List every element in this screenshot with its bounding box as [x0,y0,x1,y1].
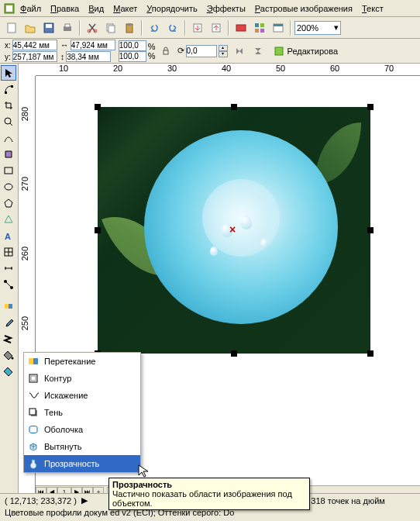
contour-icon [27,372,40,385]
menu-distort[interactable]: Искажение [24,387,140,404]
blend-tool[interactable] [1,298,16,314]
svg-rect-21 [274,24,283,26]
svg-rect-37 [29,358,33,364]
polygon-tool[interactable] [1,195,16,211]
h-input[interactable] [66,51,111,62]
svg-rect-19 [260,29,264,33]
open-icon[interactable] [22,19,39,36]
rotation-spinner[interactable]: ▴▾ [219,45,228,57]
transparency-icon [27,457,40,470]
welcome-icon[interactable] [270,19,287,36]
menu-text[interactable]: Текст [357,2,388,15]
connector-tool[interactable] [1,277,16,292]
interactive-fill-tool[interactable] [1,364,16,379]
freehand-tool[interactable] [1,130,16,146]
paste-icon[interactable] [121,19,138,36]
lock-ratio-icon[interactable] [157,43,174,60]
svg-rect-34 [5,304,9,309]
svg-rect-22 [164,50,168,54]
eyedropper-tool[interactable] [1,315,16,330]
menu-layout[interactable]: Макет [108,2,142,15]
menu-bitmaps[interactable]: Растровые изображения [250,2,357,15]
smart-fill-tool[interactable] [1,147,16,162]
dimension-tool[interactable] [1,260,16,276]
redo-icon[interactable] [164,19,181,36]
y-lbl: y: [5,53,11,61]
zoom-tool[interactable] [1,114,16,129]
tooltip-title: Прозрачность [112,480,306,489]
extrude-icon [27,440,40,453]
export-icon[interactable] [208,19,225,36]
scale-x-input[interactable] [119,40,146,51]
menu-edit[interactable]: Правка [46,2,84,15]
x-input[interactable] [12,40,57,50]
mirror-v-icon[interactable] [250,43,267,60]
menu-envelope[interactable]: Оболочка [24,421,140,438]
menu-transparency-label: Прозрачность [44,459,99,468]
selection-handle[interactable] [231,104,237,110]
svg-rect-26 [11,85,13,88]
width-icon: ↔ [60,40,69,50]
pick-tool[interactable] [1,65,16,81]
new-icon[interactable] [3,19,20,36]
import-icon[interactable] [189,19,206,36]
print-icon[interactable] [59,19,76,36]
svg-point-32 [4,280,7,283]
selection-handle[interactable] [367,104,374,110]
scale-y-input[interactable] [119,51,146,62]
text-tool[interactable]: A [1,228,16,243]
outline-tool[interactable] [1,331,16,347]
zoom-combo[interactable]: 200%▾ [294,21,341,35]
menu-view[interactable]: Вид [84,2,108,15]
menu-arrange[interactable]: Упорядочить [142,2,201,15]
toolbox: A [0,64,19,498]
edit-bitmap-button[interactable]: Редактирова [270,43,342,60]
undo-icon[interactable] [146,19,163,36]
svg-rect-23 [275,47,283,55]
selection-handle[interactable] [367,350,374,357]
height-icon: ↕ [60,52,65,61]
fill-tool[interactable] [1,347,16,363]
shape-tool[interactable] [1,81,16,97]
selection-center-icon[interactable]: × [229,223,236,236]
menu-blend[interactable]: Перетекание [24,353,140,370]
crop-tool[interactable] [1,98,16,113]
svg-rect-4 [46,24,52,28]
x-lbl: x: [5,41,11,50]
rectangle-tool[interactable] [1,163,16,178]
svg-rect-15 [236,25,246,31]
selection-handle[interactable] [367,227,374,233]
app-launcher-icon[interactable] [251,19,268,36]
menu-contour-label: Контур [44,374,71,383]
ellipse-tool[interactable] [1,179,16,195]
menu-transparency[interactable]: Прозрачность [24,455,140,472]
basic-shapes-tool[interactable] [1,212,16,227]
rotation-input[interactable] [186,45,217,57]
publish-icon[interactable] [232,19,250,36]
svg-point-36 [12,357,14,360]
menu-effects[interactable]: Эффекты [202,2,250,15]
copy-icon[interactable] [102,19,119,36]
svg-rect-16 [255,23,259,27]
app-icon [3,2,15,15]
selection-handle[interactable] [95,104,101,110]
cut-icon[interactable] [84,19,101,36]
mirror-h-icon[interactable] [231,43,248,60]
horizontal-ruler[interactable]: 102030 40506070 [36,64,420,76]
svg-rect-6 [65,24,70,27]
save-icon[interactable] [40,19,57,36]
svg-point-27 [5,118,11,124]
menu-contour[interactable]: Контур [24,370,140,387]
cursor-position: ( 12,713; 233,372 ) [5,496,77,505]
y-input[interactable] [12,51,57,62]
menu-extrude[interactable]: Вытянуть [24,438,140,455]
selection-handle[interactable] [95,227,101,233]
menu-shadow[interactable]: Тень [24,404,140,421]
menu-file[interactable]: ФФайлайл [15,2,46,15]
svg-text:A: A [5,232,11,241]
svg-rect-38 [33,358,38,364]
w-input[interactable] [71,40,115,50]
selection-handle[interactable] [231,350,237,357]
table-tool[interactable] [1,244,16,260]
svg-rect-42 [29,409,36,415]
